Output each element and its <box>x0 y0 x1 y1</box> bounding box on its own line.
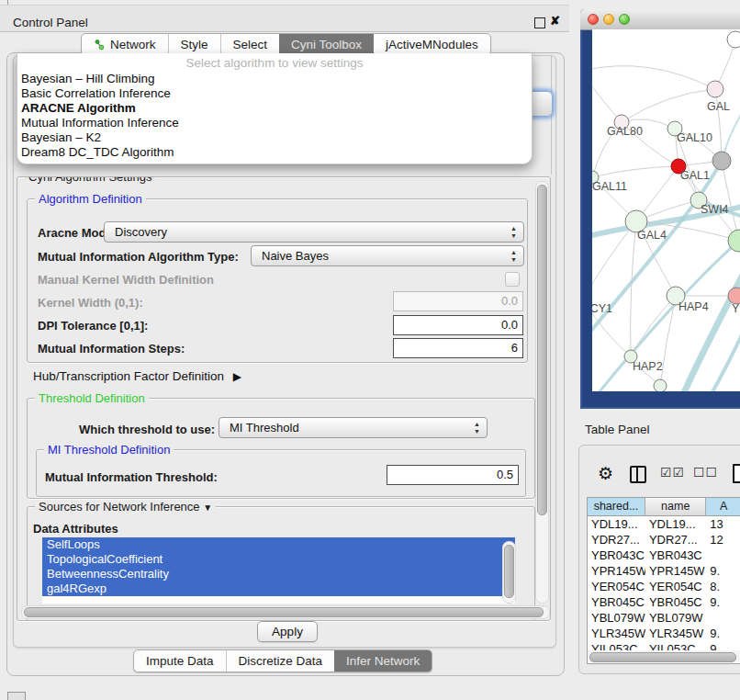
unchecked-pair-icon[interactable]: ☐☐ <box>693 465 718 480</box>
network-edge <box>597 241 739 391</box>
tab-impute-data[interactable]: Impute Data <box>134 650 226 672</box>
network-edge <box>622 89 715 122</box>
checked-pair-icon[interactable]: ☑☑ <box>660 465 685 480</box>
manual-kernel-checkbox[interactable] <box>505 272 520 287</box>
tab-label: Style <box>181 38 208 51</box>
mi-threshold-label: Mutual Information Threshold: <box>45 470 218 484</box>
table-panel: ⚙ ☑☑ ☐☐ shared...nameA YDL19...YDL19...1… <box>578 445 740 674</box>
tab-infer-network[interactable]: Infer Network <box>334 650 432 672</box>
table-cell: YDR27... <box>645 532 706 548</box>
mi-steps-field[interactable]: 6 <box>393 338 523 358</box>
window-zoom-icon[interactable] <box>619 14 630 25</box>
tab-jactivemnodules[interactable]: jActiveMNodules <box>374 34 490 55</box>
expand-arrow-icon[interactable]: ▼ <box>203 502 212 513</box>
table-row[interactable]: YBL079WYBL079W <box>588 610 740 626</box>
network-edge <box>592 166 678 177</box>
node-label-y: Y <box>732 302 740 315</box>
table-row[interactable]: YBR045CYBR045C9. <box>588 594 740 610</box>
table-row[interactable]: YPR145WYPR145W9. <box>588 563 740 579</box>
threshold-definition-title: Threshold Definition <box>35 391 149 405</box>
mi-threshold-field[interactable]: 0.5 <box>387 465 519 485</box>
combo-arrows-icon: ▲▼ <box>510 225 517 240</box>
tab-network[interactable]: Network <box>82 34 168 55</box>
node-top-cut[interactable] <box>727 31 740 48</box>
sources-group-title: Sources for Network Inference ▼ <box>35 500 216 514</box>
table-row[interactable]: YDL19...YDL19...13 <box>588 516 740 532</box>
attribute-list-item[interactable]: gal4RGexp <box>42 581 515 596</box>
aracne-mode-combobox[interactable]: Discovery ▲▼ <box>104 221 524 243</box>
table-cell: 9. <box>706 563 740 579</box>
tab-style[interactable]: Style <box>168 34 220 55</box>
data-attributes-list: SelfLoopsTopologicalCoefficientBetweenne… <box>42 537 515 604</box>
gear-icon[interactable]: ⚙ <box>598 463 613 484</box>
node-bottom-cut[interactable] <box>654 379 667 391</box>
dropdown-item[interactable]: Bayesian – Hill Climbing <box>17 72 532 86</box>
column-header-a[interactable]: A <box>706 498 740 515</box>
attribute-list-item[interactable]: SelfLoops <box>42 537 515 552</box>
manual-kernel-label: Manual Kernel Width Definition <box>38 273 214 287</box>
node-label-hap2: HAP2 <box>633 360 663 373</box>
tab-label: Network <box>110 38 156 51</box>
dropdown-item[interactable]: Mutual Information Inference <box>17 116 532 130</box>
network-edge <box>710 305 740 391</box>
control-panel-titlebar: Control Panel ✘ <box>0 5 569 32</box>
network-canvas[interactable]: GALGAL80GAL10GAL1GAL11SWI4GAL4HAP4YGCY1H… <box>592 29 740 391</box>
settings-horizontal-scrollbar[interactable] <box>21 605 550 619</box>
dpi-tolerance-label: DPI Tolerance [0,1]: <box>38 319 148 333</box>
apply-button[interactable]: Apply <box>257 621 318 642</box>
table-cell: 9. <box>706 626 740 641</box>
table-horizontal-scrollbar[interactable] <box>588 650 740 662</box>
dpi-tolerance-field[interactable]: 0.0 <box>393 315 523 335</box>
table-row[interactable]: YLR345WYLR345W9. <box>588 626 740 641</box>
attributes-list-scrollbar[interactable] <box>502 541 516 604</box>
tab-label: Discretize Data <box>239 654 323 668</box>
table-cell: 9. <box>706 594 740 610</box>
algorithm-dropdown-list: Select algorithm to view settings Bayesi… <box>17 53 533 164</box>
attribute-list-item[interactable]: TopologicalCoefficient <box>42 552 515 567</box>
which-threshold-label: Which threshold to use: <box>79 423 215 436</box>
kernel-width-field[interactable]: 0.0 <box>393 291 523 311</box>
table-row[interactable]: YDR27...YDR27...12 <box>588 532 740 548</box>
dropdown-item[interactable]: Basic Correlation Inference <box>17 86 532 101</box>
window-close-icon[interactable] <box>588 14 599 25</box>
hub-definition-toggle[interactable]: Hub/Transcription Factor Definition ▶ <box>33 369 241 383</box>
mi-algorithm-type-value: Naive Bayes <box>262 249 329 263</box>
dropdown-item[interactable]: Dream8 DC_TDC Algorithm <box>17 145 532 160</box>
table-cell: 13 <box>706 516 740 532</box>
network-window-titlebar[interactable] <box>580 9 740 30</box>
node-label-swi4: SWI4 <box>701 203 729 216</box>
data-attributes-label: Data Attributes <box>33 522 118 536</box>
which-threshold-combobox[interactable]: MI Threshold ▲▼ <box>219 417 488 438</box>
table-cell: YBL079W <box>588 610 645 626</box>
table-row[interactable]: YER054CYER054C8. <box>588 579 740 594</box>
mi-algorithm-type-combobox[interactable]: Naive Bayes ▲▼ <box>251 245 524 266</box>
tab-discretize-data[interactable]: Discretize Data <box>226 650 335 672</box>
aracne-mode-value: Discovery <box>115 225 167 239</box>
tab-label: jActiveMNodules <box>386 38 478 51</box>
page-icon[interactable] <box>733 464 740 483</box>
table-cell: YER054C <box>588 579 645 594</box>
node-label-gal80: GAL80 <box>607 125 643 138</box>
table-cell: YBL079W <box>645 610 706 626</box>
dropdown-placeholder: Select algorithm to view settings <box>17 55 532 72</box>
dropdown-item[interactable]: Bayesian – K2 <box>17 130 532 145</box>
tab-select[interactable]: Select <box>220 34 280 55</box>
cropped-button[interactable] <box>7 692 26 700</box>
dropdown-item[interactable]: ARACNE Algorithm <box>17 101 532 116</box>
columns-icon[interactable] <box>630 466 646 483</box>
table-cell: YER054C <box>645 579 706 594</box>
float-panel-icon[interactable] <box>534 17 545 28</box>
column-header-shared[interactable]: shared... <box>588 498 645 515</box>
close-panel-icon[interactable]: ✘ <box>550 14 560 28</box>
settings-vertical-scrollbar[interactable] <box>535 181 549 604</box>
table-row[interactable]: YBR043CYBR043C <box>588 548 740 563</box>
table-cell: YPR145W <box>645 563 706 579</box>
column-header-name[interactable]: name <box>645 498 706 515</box>
tab-cyni-toolbox[interactable]: Cyni Toolbox <box>279 34 374 55</box>
node-gray[interactable] <box>712 152 731 170</box>
attribute-list-item[interactable]: BetweennessCentrality <box>42 567 515 581</box>
node-gal-cut[interactable] <box>707 81 723 97</box>
network-edge <box>682 250 740 391</box>
window-minimize-icon[interactable] <box>603 14 614 25</box>
table-cell: YDR27... <box>588 532 645 548</box>
